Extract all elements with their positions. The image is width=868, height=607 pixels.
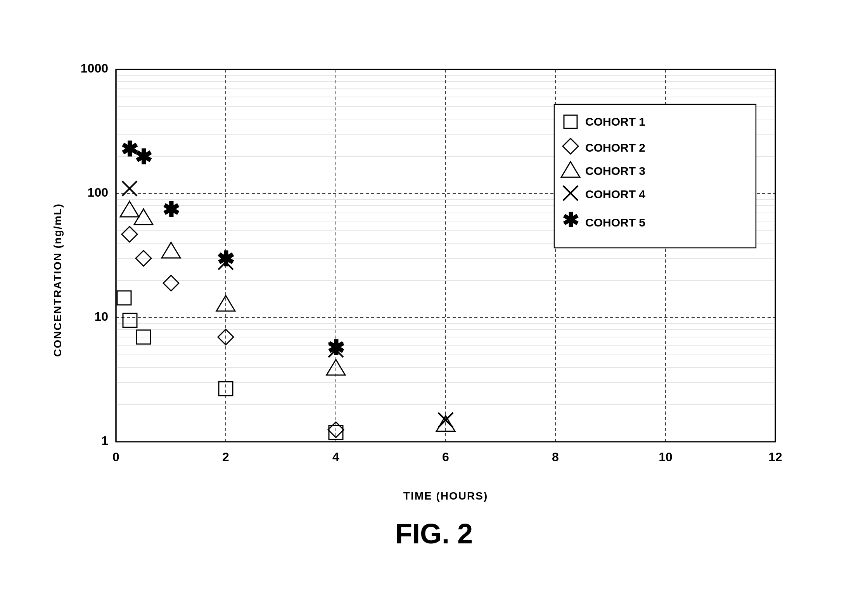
svg-container: 1000 100 10 1 [69,58,822,486]
legend-cohort2: COHORT 2 [585,141,645,154]
svg-text:✱: ✱ [163,199,180,221]
page: CONCENTRATION (ng/mL) [0,0,868,607]
legend-cohort1: COHORT 1 [585,115,645,128]
legend-cohort4: COHORT 4 [585,188,645,201]
svg-text:✱: ✱ [217,248,234,270]
chart-svg: 1000 100 10 1 [69,58,806,484]
y-tick-1: 1 [101,434,108,448]
y-axis-label-container: CONCENTRATION (ng/mL) [46,58,69,502]
svg-text:✱: ✱ [562,209,579,232]
x-tick-10: 10 [659,450,673,464]
x-tick-0: 0 [112,450,119,464]
x-tick-6: 6 [442,450,449,464]
svg-text:✱: ✱ [135,146,152,168]
y-tick-100: 100 [88,185,108,199]
x-axis-label: TIME (HOURS) [69,490,822,502]
legend-cohort3: COHORT 3 [585,164,645,177]
y-tick-1000: 1000 [81,61,108,75]
legend-cohort5: COHORT 5 [585,216,645,229]
y-tick-10: 10 [94,310,108,323]
y-axis-label: CONCENTRATION (ng/mL) [52,203,64,356]
chart-inner: 1000 100 10 1 [69,58,822,502]
x-tick-2: 2 [222,450,229,464]
chart-wrapper: CONCENTRATION (ng/mL) [46,58,822,550]
svg-text:✱: ✱ [327,337,344,359]
fig-label: FIG. 2 [395,518,473,550]
svg-rect-66 [554,104,756,248]
x-tick-12: 12 [768,450,782,464]
x-tick-8: 8 [552,450,559,464]
x-tick-4: 4 [332,450,339,464]
chart-area: CONCENTRATION (ng/mL) [46,58,822,502]
